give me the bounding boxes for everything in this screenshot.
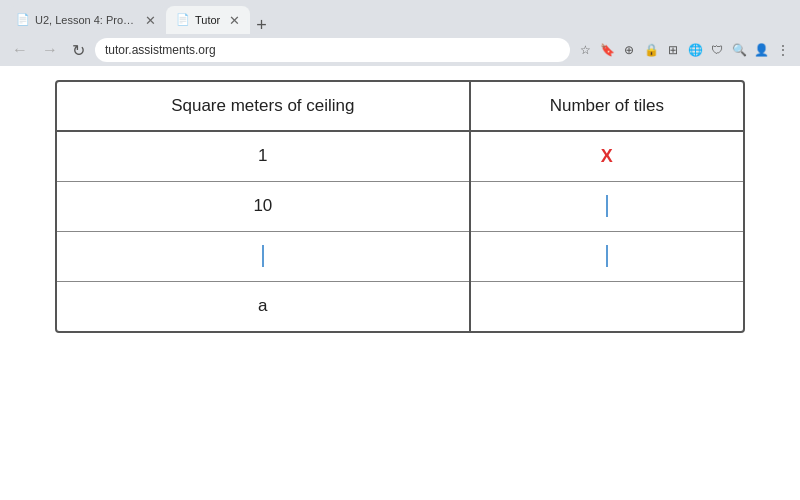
- back-button[interactable]: ←: [8, 39, 32, 61]
- tab1-label: U2, Lesson 4: Proportional Re...: [35, 14, 136, 26]
- col1-header: Square meters of ceiling: [57, 82, 470, 131]
- star-icon[interactable]: ☆: [576, 41, 594, 59]
- grid-icon[interactable]: ⊞: [664, 41, 682, 59]
- globe-icon[interactable]: 🌐: [686, 41, 704, 59]
- shield-icon[interactable]: 🛡: [708, 41, 726, 59]
- address-bar-row: ← → ↻ ☆ 🔖 ⊕ 🔒 ⊞ 🌐 🛡 🔍 👤 ⋮: [0, 34, 800, 66]
- forward-button[interactable]: →: [38, 39, 62, 61]
- cell-row4-col2[interactable]: [470, 281, 743, 331]
- toolbar-icons: ☆ 🔖 ⊕ 🔒 ⊞ 🌐 🛡 🔍 👤 ⋮: [576, 41, 792, 59]
- menu-icon[interactable]: ⋮: [774, 41, 792, 59]
- table-row: 1 X: [57, 131, 743, 181]
- cell-value: 10: [253, 196, 272, 215]
- cell-row4-col1: a: [57, 281, 470, 331]
- cell-row3-col1[interactable]: [57, 231, 470, 281]
- text-cursor: [262, 245, 264, 267]
- cell-row2-col2[interactable]: [470, 181, 743, 231]
- proportional-table: Square meters of ceiling Number of tiles…: [57, 82, 743, 331]
- table-container: Square meters of ceiling Number of tiles…: [55, 80, 745, 333]
- tabs-bar: 📄 U2, Lesson 4: Proportional Re... ✕ 📄 T…: [0, 0, 800, 34]
- page-content: Square meters of ceiling Number of tiles…: [0, 60, 800, 500]
- table-header-row: Square meters of ceiling Number of tiles: [57, 82, 743, 131]
- refresh-button[interactable]: ↻: [68, 39, 89, 62]
- text-cursor: [606, 195, 608, 217]
- extension-icon1[interactable]: ⊕: [620, 41, 638, 59]
- tab-lesson[interactable]: 📄 U2, Lesson 4: Proportional Re... ✕: [6, 6, 166, 34]
- table-row: [57, 231, 743, 281]
- col2-header: Number of tiles: [470, 82, 743, 131]
- tab1-close[interactable]: ✕: [145, 13, 156, 28]
- extension-icon2[interactable]: 🔒: [642, 41, 660, 59]
- tab1-favicon: 📄: [16, 13, 30, 27]
- browser-chrome: 📄 U2, Lesson 4: Proportional Re... ✕ 📄 T…: [0, 0, 800, 60]
- new-tab-button[interactable]: +: [250, 16, 273, 34]
- tab2-label: Tutor: [195, 14, 220, 26]
- bookmark-icon[interactable]: 🔖: [598, 41, 616, 59]
- cell-row1-col1: 1: [57, 131, 470, 181]
- profile-icon[interactable]: 👤: [752, 41, 770, 59]
- text-cursor: [606, 245, 608, 267]
- cell-value: a: [258, 296, 267, 315]
- address-input[interactable]: [95, 38, 570, 62]
- search-icon[interactable]: 🔍: [730, 41, 748, 59]
- table-row: a: [57, 281, 743, 331]
- table-row: 10: [57, 181, 743, 231]
- cell-row2-col1: 10: [57, 181, 470, 231]
- tab-tutor[interactable]: 📄 Tutor ✕: [166, 6, 250, 34]
- cell-value: 1: [258, 146, 267, 165]
- tab2-close[interactable]: ✕: [229, 13, 240, 28]
- cell-row3-col2[interactable]: [470, 231, 743, 281]
- cell-row1-col2[interactable]: X: [470, 131, 743, 181]
- x-mark: X: [601, 146, 613, 166]
- tab2-favicon: 📄: [176, 13, 190, 27]
